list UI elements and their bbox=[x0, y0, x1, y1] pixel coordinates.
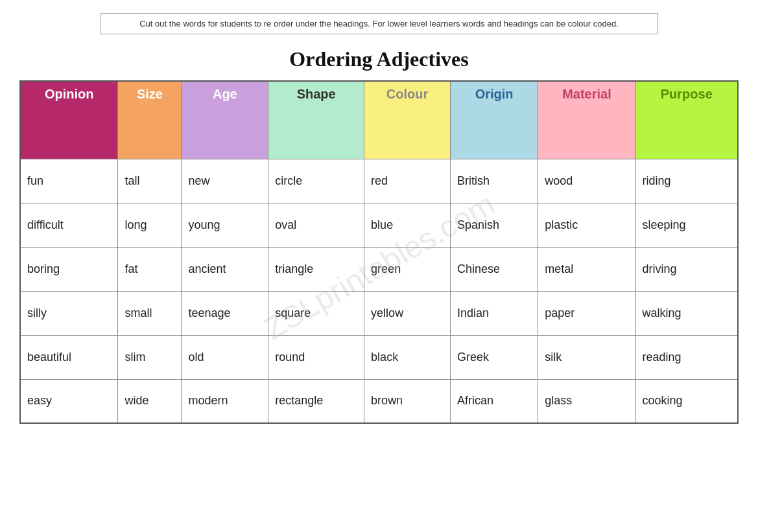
table-cell: fun bbox=[20, 159, 118, 203]
header-material: Material bbox=[538, 81, 635, 159]
table-cell: plastic bbox=[538, 203, 635, 247]
header-opinion: Opinion bbox=[20, 81, 118, 159]
table-cell: cooking bbox=[635, 379, 738, 423]
table-cell: African bbox=[450, 379, 538, 423]
table-cell: long bbox=[118, 203, 182, 247]
header-purpose: Purpose bbox=[635, 81, 738, 159]
table-cell: yellow bbox=[364, 291, 451, 335]
table-cell: walking bbox=[635, 291, 738, 335]
table-cell: paper bbox=[538, 291, 635, 335]
table-cell: ancient bbox=[182, 247, 268, 291]
table-cell: old bbox=[182, 335, 268, 379]
header-origin: Origin bbox=[450, 81, 538, 159]
table-cell: teenage bbox=[182, 291, 268, 335]
table-cell: round bbox=[268, 335, 364, 379]
instruction-box: Cut out the words for students to re ord… bbox=[101, 13, 658, 34]
table-cell: tall bbox=[118, 159, 182, 203]
table-cell: Spanish bbox=[450, 203, 538, 247]
table-cell: square bbox=[268, 291, 364, 335]
table-cell: riding bbox=[635, 159, 738, 203]
table-cell: silly bbox=[20, 291, 118, 335]
table-cell: easy bbox=[20, 379, 118, 423]
table-cell: silk bbox=[538, 335, 635, 379]
page-title: Ordering Adjectives bbox=[19, 47, 739, 71]
table-row: boringfatancienttrianglegreenChinesemeta… bbox=[20, 247, 738, 291]
table-row: easywidemodernrectanglebrownAfricanglass… bbox=[20, 379, 738, 423]
table-cell: driving bbox=[635, 247, 738, 291]
table-cell: fat bbox=[118, 247, 182, 291]
table-cell: reading bbox=[635, 335, 738, 379]
table-cell: Chinese bbox=[450, 247, 538, 291]
table-row: beautifulslimoldroundblackGreeksilkreadi… bbox=[20, 335, 738, 379]
table-cell: sleeping bbox=[635, 203, 738, 247]
table-cell: triangle bbox=[268, 247, 364, 291]
table-cell: beautiful bbox=[20, 335, 118, 379]
table-cell: rectangle bbox=[268, 379, 364, 423]
table-body: funtallnewcircleredBritishwoodridingdiff… bbox=[20, 159, 738, 423]
instruction-text: Cut out the words for students to re ord… bbox=[139, 19, 619, 29]
table-cell: wood bbox=[538, 159, 635, 203]
table-cell: British bbox=[450, 159, 538, 203]
adjectives-table: OpinionSizeAgeShapeColourOriginMaterialP… bbox=[19, 80, 739, 424]
table-cell: oval bbox=[268, 203, 364, 247]
table-cell: metal bbox=[538, 247, 635, 291]
table-row: funtallnewcircleredBritishwoodriding bbox=[20, 159, 738, 203]
table-cell: black bbox=[364, 335, 451, 379]
header-colour: Colour bbox=[364, 81, 451, 159]
table-cell: young bbox=[182, 203, 268, 247]
table-row: difficultlongyoungovalblueSpanishplastic… bbox=[20, 203, 738, 247]
header-size: Size bbox=[118, 81, 182, 159]
table-cell: Greek bbox=[450, 335, 538, 379]
table-cell: brown bbox=[364, 379, 451, 423]
table-cell: blue bbox=[364, 203, 451, 247]
table-cell: circle bbox=[268, 159, 364, 203]
table-cell: red bbox=[364, 159, 451, 203]
table-cell: Indian bbox=[450, 291, 538, 335]
table-cell: new bbox=[182, 159, 268, 203]
table-cell: slim bbox=[118, 335, 182, 379]
table-cell: small bbox=[118, 291, 182, 335]
table-cell: green bbox=[364, 247, 451, 291]
table-cell: glass bbox=[538, 379, 635, 423]
table-header-row: OpinionSizeAgeShapeColourOriginMaterialP… bbox=[20, 81, 738, 159]
header-shape: Shape bbox=[268, 81, 364, 159]
table-cell: difficult bbox=[20, 203, 118, 247]
header-age: Age bbox=[182, 81, 268, 159]
table-row: sillysmallteenagesquareyellowIndianpaper… bbox=[20, 291, 738, 335]
table-cell: boring bbox=[20, 247, 118, 291]
table-cell: wide bbox=[118, 379, 182, 423]
table-cell: modern bbox=[182, 379, 268, 423]
